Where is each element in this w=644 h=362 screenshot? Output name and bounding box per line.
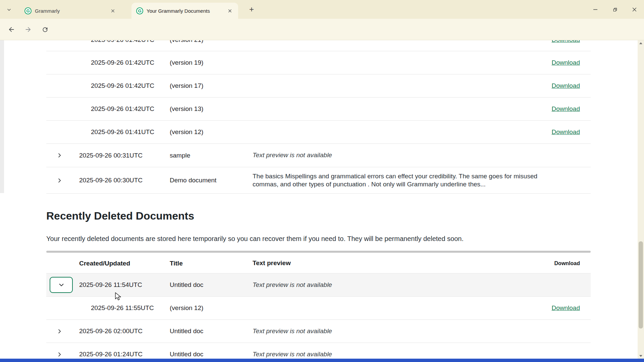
preview-cell: Text preview is not available bbox=[253, 350, 591, 358]
browser-toolbar: app.grammarly.com/documentVersionHistory… bbox=[0, 19, 644, 40]
column-header-download: Download bbox=[527, 260, 591, 266]
download-link[interactable]: Download bbox=[552, 40, 580, 43]
date-cell: 2025-09-26 01:42UTC bbox=[79, 40, 170, 44]
title-cell: Untitled doc bbox=[170, 351, 253, 358]
title-cell: (version 12) bbox=[170, 304, 253, 312]
expand-button[interactable] bbox=[56, 152, 63, 159]
reload-icon bbox=[42, 26, 49, 33]
page-content: 2025-09-26 01:42UTC (version 21) Downloa… bbox=[0, 40, 644, 359]
version-row: 2025-09-26 01:41UTC (version 12) Downloa… bbox=[46, 121, 591, 144]
column-header-preview: Text preview bbox=[253, 259, 527, 267]
chevron-right-icon bbox=[56, 351, 63, 358]
document-row[interactable]: 2025-09-26 00:31UTC sample Text preview … bbox=[46, 144, 591, 167]
download-link[interactable]: Download bbox=[552, 304, 580, 311]
taskbar-edge bbox=[0, 359, 644, 362]
tab-title: Grammarly bbox=[35, 8, 106, 14]
collapse-button[interactable] bbox=[50, 277, 73, 293]
chevron-right-icon bbox=[56, 152, 63, 159]
tab-title: Your Grammarly Documents bbox=[147, 8, 223, 14]
left-edge-strip bbox=[0, 40, 4, 193]
preview-cell: Text preview is not available bbox=[253, 327, 591, 335]
chevron-down-icon bbox=[7, 7, 11, 12]
scroll-up-icon[interactable] bbox=[638, 40, 644, 46]
back-button[interactable] bbox=[4, 22, 19, 37]
vertical-scrollbar[interactable] bbox=[638, 40, 644, 359]
preview-cell: The basics Mispellings and grammatical e… bbox=[253, 172, 591, 189]
back-arrow-icon bbox=[8, 26, 15, 33]
document-row[interactable]: 2025-09-26 01:24UTC Untitled doc Text pr… bbox=[46, 343, 591, 359]
forward-button[interactable] bbox=[21, 22, 36, 37]
date-cell: 2025-09-26 01:41UTC bbox=[79, 128, 170, 136]
document-row[interactable]: 2025-09-26 02:00UTC Untitled doc Text pr… bbox=[46, 320, 591, 343]
recently-deleted-heading: Recently Deleted Documents bbox=[46, 209, 194, 223]
document-row-expanded[interactable]: 2025-09-26 11:54UTC Untitled doc Text pr… bbox=[46, 274, 591, 297]
title-cell: (version 17) bbox=[170, 82, 253, 89]
date-cell: 2025-09-26 00:30UTC bbox=[79, 177, 170, 184]
grammarly-favicon-icon: G bbox=[24, 7, 32, 14]
title-cell: (version 12) bbox=[170, 128, 253, 136]
new-tab-button[interactable]: + bbox=[247, 4, 257, 14]
title-cell: (version 21) bbox=[170, 40, 253, 44]
scroll-down-icon[interactable] bbox=[638, 353, 644, 359]
tab-grammarly[interactable]: G Grammarly bbox=[20, 3, 121, 19]
download-link[interactable]: Download bbox=[552, 59, 580, 66]
tab-search-button[interactable] bbox=[4, 5, 14, 15]
preview-cell: Text preview is not available bbox=[253, 281, 591, 289]
title-cell: Untitled doc bbox=[170, 327, 253, 335]
deleted-documents-table: Created/Updated Title Text preview Downl… bbox=[46, 253, 591, 359]
reload-button[interactable] bbox=[38, 22, 52, 37]
document-row[interactable]: 2025-09-26 00:30UTC Demo document The ba… bbox=[46, 167, 591, 194]
scrollbar-thumb[interactable] bbox=[639, 241, 643, 328]
recently-deleted-description: Your recently deleted documents are stor… bbox=[46, 235, 464, 243]
title-cell: Untitled doc bbox=[170, 281, 253, 289]
title-cell: (version 13) bbox=[170, 105, 253, 113]
date-cell: 2025-09-26 11:54UTC bbox=[79, 281, 170, 289]
tab-your-grammarly-documents[interactable]: G Your Grammarly Documents bbox=[131, 3, 238, 19]
column-header-title: Title bbox=[170, 260, 253, 267]
preview-cell: Text preview is not available bbox=[253, 151, 591, 159]
horizontal-scrollbar[interactable] bbox=[46, 251, 591, 253]
expand-button[interactable] bbox=[56, 351, 63, 358]
maximize-button[interactable] bbox=[605, 0, 625, 19]
date-cell: 2025-09-26 01:42UTC bbox=[79, 82, 170, 89]
download-link[interactable]: Download bbox=[552, 128, 580, 135]
chevron-down-icon bbox=[58, 282, 65, 288]
date-cell: 2025-09-26 01:24UTC bbox=[79, 351, 170, 358]
version-row: 2025-09-26 11:55UTC (version 12) Downloa… bbox=[46, 297, 591, 320]
version-row: 2025-09-26 01:42UTC (version 13) Downloa… bbox=[46, 98, 591, 121]
date-cell: 2025-09-26 11:55UTC bbox=[79, 304, 170, 312]
window-controls bbox=[586, 0, 644, 19]
download-link[interactable]: Download bbox=[552, 105, 580, 112]
chevron-right-icon bbox=[56, 328, 63, 335]
column-header-created: Created/Updated bbox=[79, 260, 170, 267]
expand-button[interactable] bbox=[56, 328, 63, 335]
date-cell: 2025-09-26 00:31UTC bbox=[79, 152, 170, 159]
download-link[interactable]: Download bbox=[552, 82, 580, 89]
table-header-row: Created/Updated Title Text preview Downl… bbox=[46, 253, 591, 274]
close-window-button[interactable] bbox=[625, 0, 644, 19]
title-cell: Demo document bbox=[170, 177, 253, 184]
close-tab-icon[interactable] bbox=[226, 7, 233, 14]
expand-button[interactable] bbox=[56, 177, 63, 184]
close-tab-icon[interactable] bbox=[109, 7, 116, 14]
version-history-table: 2025-09-26 01:42UTC (version 21) Downloa… bbox=[46, 40, 591, 194]
date-cell: 2025-09-26 01:42UTC bbox=[79, 105, 170, 113]
chevron-right-icon bbox=[56, 177, 63, 184]
browser-tab-strip: G Grammarly G Your Grammarly Documents + bbox=[0, 0, 644, 19]
title-cell: sample bbox=[170, 152, 253, 159]
version-row: 2025-09-26 01:42UTC (version 19) Downloa… bbox=[46, 51, 591, 74]
minimize-button[interactable] bbox=[586, 0, 605, 19]
title-cell: (version 19) bbox=[170, 59, 253, 66]
date-cell: 2025-09-26 02:00UTC bbox=[79, 327, 170, 335]
forward-arrow-icon bbox=[24, 26, 32, 33]
grammarly-favicon-icon: G bbox=[136, 7, 143, 14]
version-row-clipped: 2025-09-26 01:42UTC (version 21) Downloa… bbox=[46, 40, 591, 51]
version-row: 2025-09-26 01:42UTC (version 17) Downloa… bbox=[46, 74, 591, 98]
date-cell: 2025-09-26 01:42UTC bbox=[79, 59, 170, 66]
